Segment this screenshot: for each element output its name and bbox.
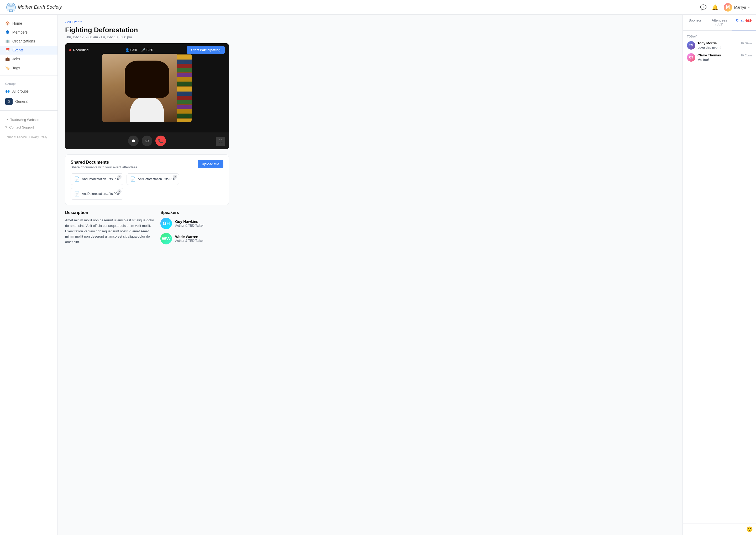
sidebar-item-home[interactable]: 🏠 Home [0,19,57,28]
file-icon: 📄 [74,191,80,197]
sidebar-item-label: Members [12,30,28,34]
recording-label: Recording... [73,48,91,52]
general-group-icon: G [5,98,13,105]
all-groups-icon: 👥 [5,89,10,93]
svg-point-0 [7,3,15,12]
sidebar-item-label: Organizations [12,39,35,43]
sidebar-item-events[interactable]: 📅 Events [0,46,57,55]
organizations-icon: 🏢 [5,39,10,43]
sidebar-footer: Terms of Service • Privacy Policy [0,133,57,141]
sidebar-item-general[interactable]: G General [0,96,57,107]
speaker-role: Author & TED Talker [175,224,204,227]
camera-count-value: 0/50 [131,48,137,52]
chat-sender-name: Claire Thomas [697,53,721,57]
file-remove-button[interactable]: × [117,189,122,194]
chevron-down-icon: ▾ [748,6,750,9]
tab-attendees[interactable]: Attendees (551) [707,15,732,30]
chat-message-content: Claire Thomas 10:01am Me too! [697,53,752,62]
logo-icon [6,3,16,12]
chat-sender-name: Tony Morris [697,41,717,45]
file-item: 📄 AntiDeforestation...fits.PDF × [71,173,123,185]
members-icon: 👤 [5,30,10,34]
sidebar-item-members[interactable]: 👤 Members [0,28,57,37]
sidebar-nav: 🏠 Home 👤 Members 🏢 Organizations 📅 Event… [0,19,57,72]
speaker-name: Wade Warren [175,235,204,239]
fullscreen-button[interactable]: ⛶ [216,137,225,146]
sidebar-item-jobs[interactable]: 💼 Jobs [0,55,57,64]
breadcrumb[interactable]: All Events [65,20,229,24]
right-panel: Sponsor Attendees (551) Chat 74 TODAY TM… [682,15,756,535]
recording-badge: Recording... [69,48,91,52]
recording-indicator [69,49,72,51]
file-item: 📄 AntiDeforestation...fits.PDF × [71,188,123,200]
start-participating-button[interactable]: Start Participating [187,46,225,54]
tab-sponsor[interactable]: Sponsor [683,15,707,30]
speaker-initials: GH [160,218,172,229]
logo-area[interactable]: Mother Earth Society [6,3,700,12]
panel-tabs: Sponsor Attendees (551) Chat 74 [683,15,756,31]
file-remove-button[interactable]: × [173,175,177,179]
sidebar-item-tags[interactable]: 🏷️ Tags [0,64,57,72]
chat-icon[interactable]: 💬 [700,4,707,11]
sidebar: 🏠 Home 👤 Members 🏢 Organizations 📅 Event… [0,15,58,535]
sidebar-item-all-groups[interactable]: 👥 All groups [0,87,57,96]
tradewing-label: Tradewing Website [10,118,39,122]
shared-documents-card: Shared Documents Share documents with yo… [65,155,229,205]
chat-name-time: Claire Thomas 10:01am [697,53,752,57]
record-button[interactable]: ⏺ [128,136,138,146]
sidebar-item-label: Home [12,21,22,25]
file-remove-button[interactable]: × [117,175,122,179]
file-icon: 📄 [130,176,136,182]
speaker-name: Guy Hawkins [175,219,204,224]
sidebar-item-label: General [15,99,28,103]
video-person [103,54,192,122]
shared-docs-title: Shared Documents [71,160,138,165]
home-icon: 🏠 [5,21,10,25]
content-area: All Events Fighting Deforestation Thu, D… [58,15,682,535]
sidebar-divider-2 [0,110,57,111]
video-topbar: Recording... 👤 0/50 🎤 0/50 Start Partici… [65,43,229,57]
file-item: 📄 AntiDeforestation...fits.PDF × [127,173,179,185]
tab-chat[interactable]: Chat 74 [732,15,756,30]
settings-button[interactable]: ⚙ [142,136,152,146]
sidebar-item-label: Jobs [12,57,20,61]
file-icon: 📄 [74,176,80,182]
video-player: Recording... 👤 0/50 🎤 0/50 Start Partici… [65,43,229,149]
sidebar-item-label: Tags [12,66,20,70]
groups-label: Groups [0,79,57,87]
support-label: Contact Support [9,126,34,129]
speaker-avatar: WW [160,233,172,244]
speaker-role: Author & TED Talker [175,239,204,242]
description-text: Amet minim mollit non deserunt ullamco e… [65,218,154,245]
sidebar-item-organizations[interactable]: 🏢 Organizations [0,37,57,46]
emoji-picker-button[interactable]: 🙂 [746,526,753,532]
chat-input-row: 🙂 [683,523,756,535]
bell-icon[interactable]: 🔔 [712,4,718,11]
video-stats: 👤 0/50 🎤 0/50 [125,48,153,52]
speaker-item: GH Guy Hawkins Author & TED Talker [160,218,229,229]
chat-message: TM Tony Morris 10:00am Love this event! [687,41,752,49]
file-name: AntiDeforestation...fits.PDF [138,177,176,181]
mic-count-value: 0/50 [146,48,153,52]
chat-sender-avatar: TM [687,41,695,49]
speaker-item: WW Wade Warren Author & TED Talker [160,233,229,244]
app-name: Mother Earth Society [18,5,62,10]
end-call-button[interactable]: 📞 [155,136,166,146]
event-date: Thu, Dec 17, 9:00 am - Fri, Dec 18, 5:00… [65,35,229,39]
description-section: Description Amet minim mollit non deseru… [65,210,154,248]
user-name: Marilyn [734,5,746,10]
upload-file-button[interactable]: Upload file [198,160,224,168]
sidebar-divider [0,75,57,76]
mic-icon: 🎤 [141,48,145,52]
events-icon: 📅 [5,48,10,52]
tags-icon: 🏷️ [5,66,10,70]
chat-message: CT Claire Thomas 10:01am Me too! [687,53,752,62]
chat-message-text: Me too! [697,58,752,62]
sidebar-support[interactable]: ? Contact Support [0,124,57,131]
files-list: 📄 AntiDeforestation...fits.PDF × 📄 AntiD… [71,173,224,200]
chat-timestamp: 10:00am [741,42,752,45]
chat-body: TODAY TM Tony Morris 10:00am Love this e… [683,31,756,523]
sidebar-tradewing[interactable]: ↗ Tradewing Website [0,116,57,124]
user-menu[interactable]: M Marilyn ▾ [724,3,750,12]
camera-count: 👤 0/50 [125,48,137,52]
